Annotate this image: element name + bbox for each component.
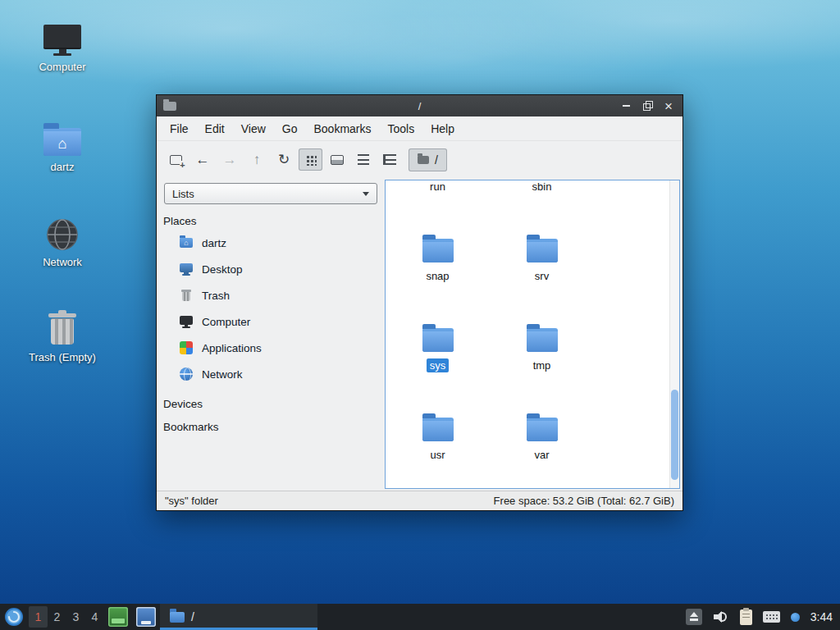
taskbar: 1 2 3 4 / 3:44 bbox=[0, 604, 840, 630]
file-item-srv[interactable]: srv bbox=[490, 204, 594, 294]
sidebar-item-label: Trash bbox=[202, 290, 230, 302]
desktop-icon-label: Computer bbox=[25, 61, 100, 73]
computer-icon bbox=[43, 25, 82, 56]
desktop-icon-label: Network bbox=[25, 256, 100, 268]
menu-help[interactable]: Help bbox=[422, 118, 463, 139]
sidebar-mode-select[interactable]: Lists bbox=[164, 183, 377, 204]
file-item-tmp[interactable]: tmp bbox=[490, 294, 594, 383]
clipboard-icon[interactable] bbox=[740, 609, 752, 625]
menu-go[interactable]: Go bbox=[274, 118, 306, 139]
workspace-button-3[interactable]: 3 bbox=[66, 606, 85, 628]
folder-icon bbox=[527, 239, 558, 262]
desktop-icon-label: Trash (Empty) bbox=[25, 351, 100, 363]
sidebar-item-label: Desktop bbox=[202, 263, 243, 276]
desktop[interactable]: Computer ⌂ dartz Network Trash (Empty) / bbox=[0, 0, 840, 630]
detailed-list-view-button[interactable] bbox=[377, 148, 401, 171]
toolbar: / bbox=[157, 141, 682, 178]
clock[interactable]: 3:44 bbox=[810, 610, 833, 623]
titlebar[interactable]: / bbox=[157, 95, 682, 116]
minimize-button[interactable] bbox=[615, 97, 637, 115]
app-menu-button[interactable] bbox=[3, 606, 25, 628]
path-bar[interactable]: / bbox=[409, 147, 676, 173]
new-tab-icon bbox=[170, 155, 182, 165]
maximize-button[interactable] bbox=[637, 97, 658, 115]
new-tab-button[interactable] bbox=[163, 148, 188, 172]
status-left: "sys" folder bbox=[165, 495, 218, 507]
file-label: usr bbox=[427, 448, 448, 462]
menu-edit[interactable]: Edit bbox=[197, 118, 233, 139]
scrollbar-thumb[interactable] bbox=[671, 390, 678, 480]
menu-view[interactable]: View bbox=[233, 118, 274, 139]
file-item-var[interactable]: var bbox=[490, 383, 594, 472]
file-item-sbin[interactable]: sbin bbox=[490, 180, 594, 204]
file-manager-window: / File Edit View Go Bookmarks Tools Help bbox=[156, 94, 683, 511]
folder-icon bbox=[527, 418, 558, 441]
sidebar: Lists Places ⌂ dartz Desktop Trash bbox=[157, 178, 385, 491]
network-tray-icon[interactable] bbox=[791, 613, 800, 622]
sidebar-item-network[interactable]: Network bbox=[157, 361, 385, 387]
workspace-button-4[interactable]: 4 bbox=[85, 606, 104, 628]
desktop-icon-network[interactable]: Network bbox=[25, 208, 100, 268]
thumbnail-view-button[interactable] bbox=[325, 148, 349, 171]
trash-icon bbox=[179, 288, 194, 303]
sidebar-item-applications[interactable]: Applications bbox=[157, 335, 385, 361]
sidebar-section-devices[interactable]: Devices bbox=[163, 398, 385, 410]
home-folder-icon: ⌂ bbox=[179, 235, 194, 250]
sidebar-item-computer[interactable]: Computer bbox=[157, 308, 385, 335]
forward-button[interactable] bbox=[217, 148, 242, 172]
desktop-icon-trash[interactable]: Trash (Empty) bbox=[25, 304, 100, 363]
computer-icon bbox=[179, 314, 194, 329]
folder-icon bbox=[422, 328, 454, 352]
taskbar-task-root-folder[interactable]: / bbox=[160, 604, 317, 630]
close-button[interactable] bbox=[658, 97, 679, 115]
sidebar-mode-value: Lists bbox=[172, 188, 194, 200]
desktop-icon-home[interactable]: ⌂ dartz bbox=[25, 113, 100, 173]
up-button[interactable] bbox=[244, 148, 269, 172]
file-label: srv bbox=[532, 269, 552, 283]
menu-tools[interactable]: Tools bbox=[380, 118, 423, 139]
folder-icon bbox=[418, 156, 429, 164]
compact-view-icon bbox=[358, 154, 369, 165]
folder-icon bbox=[422, 418, 454, 441]
desktop-icon-label: dartz bbox=[25, 161, 100, 173]
trash-icon bbox=[48, 310, 77, 346]
file-view[interactable]: run sbin snap srv bbox=[385, 180, 680, 489]
chevron-down-icon bbox=[363, 192, 369, 196]
window-folder-icon bbox=[163, 102, 176, 111]
keyboard-layout-icon[interactable] bbox=[763, 611, 780, 623]
sidebar-item-trash[interactable]: Trash bbox=[157, 282, 385, 308]
removable-media-icon[interactable] bbox=[686, 609, 702, 625]
menu-file[interactable]: File bbox=[162, 118, 197, 139]
list-view-icon bbox=[383, 154, 396, 165]
menu-bookmarks[interactable]: Bookmarks bbox=[305, 118, 379, 139]
file-item-run[interactable]: run bbox=[386, 180, 490, 204]
terminal-launcher-icon[interactable] bbox=[108, 607, 128, 627]
sidebar-section-places[interactable]: Places bbox=[163, 215, 385, 227]
file-item-snap[interactable]: snap bbox=[386, 204, 490, 294]
vertical-scrollbar[interactable] bbox=[669, 180, 679, 488]
icon-view-button[interactable] bbox=[299, 148, 322, 171]
sidebar-item-label: Network bbox=[202, 368, 243, 381]
folder-icon bbox=[170, 612, 185, 623]
file-label-selected: sys bbox=[427, 358, 450, 372]
refresh-button[interactable] bbox=[272, 148, 296, 172]
back-button[interactable] bbox=[190, 148, 215, 172]
workspace-button-1[interactable]: 1 bbox=[29, 606, 48, 628]
sidebar-item-home[interactable]: ⌂ dartz bbox=[157, 230, 385, 256]
volume-icon[interactable] bbox=[713, 609, 729, 624]
status-free-space: Free space: 53.2 GiB (Total: 62.7 GiB) bbox=[494, 495, 674, 507]
folder-icon bbox=[527, 328, 558, 352]
workspace-button-2[interactable]: 2 bbox=[48, 606, 66, 628]
network-icon bbox=[180, 368, 193, 381]
path-crumb-root[interactable]: / bbox=[409, 148, 447, 171]
desktop-icon-computer[interactable]: Computer bbox=[25, 13, 100, 73]
compact-view-button[interactable] bbox=[351, 148, 375, 171]
sidebar-item-desktop[interactable]: Desktop bbox=[157, 256, 385, 282]
file-item-usr[interactable]: usr bbox=[386, 383, 490, 472]
sidebar-section-bookmarks[interactable]: Bookmarks bbox=[163, 421, 385, 433]
file-grid: run sbin snap srv bbox=[386, 180, 594, 472]
folder-icon bbox=[422, 239, 454, 262]
task-label: / bbox=[191, 610, 194, 623]
file-item-sys[interactable]: sys bbox=[386, 294, 490, 383]
file-manager-launcher-icon[interactable] bbox=[136, 607, 156, 627]
